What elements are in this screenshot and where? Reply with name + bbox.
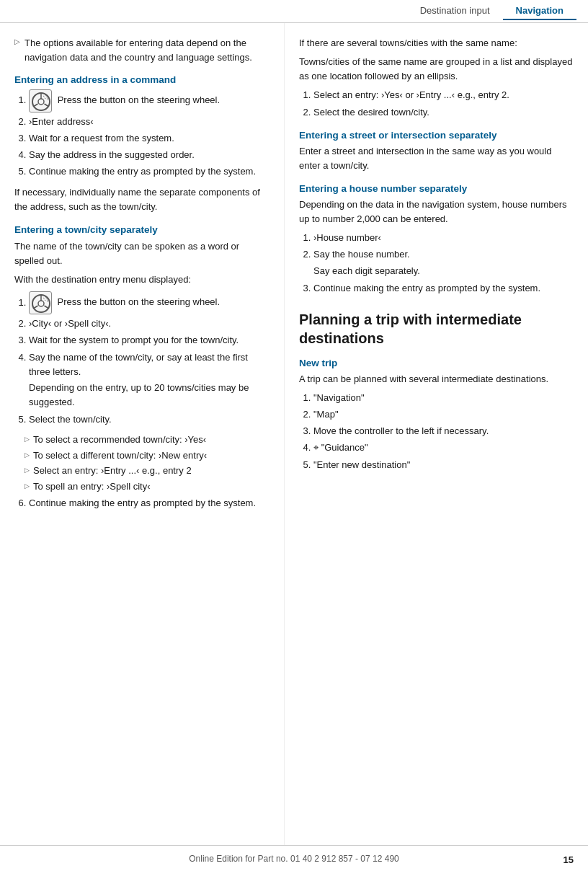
step-item: Press the button on the steering wheel.: [29, 89, 271, 112]
step-item: Wait for the system to prompt you for th…: [29, 333, 271, 348]
step-item: Move the controller to the left if neces…: [313, 424, 575, 438]
step-item: Say the name of the town/city, or say at…: [29, 350, 271, 410]
svg-point-6: [38, 301, 44, 306]
step-item: Select the town/city.: [29, 412, 271, 427]
sub-bullet-item: Select an entry: ›Entry ...‹ e.g., entry…: [14, 464, 271, 478]
tab-navigation[interactable]: Navigation: [503, 2, 576, 20]
section-planning-steps: "Navigation" "Map" Move the controller t…: [299, 391, 575, 472]
step-item: Select the desired town/city.: [313, 105, 575, 120]
step-item: Continue making the entry as prompted by…: [29, 164, 271, 179]
sub-bullet-item: To select a different town/city: ›New en…: [14, 448, 271, 463]
section-house-steps: ›House number‹ Say the house number. Say…: [299, 231, 575, 296]
left-column: ▷ The options available for entering dat…: [0, 23, 285, 845]
section2-heading: Entering a town/city separately: [14, 224, 271, 235]
section1-heading: Entering an address in a command: [14, 74, 271, 85]
sub-bullet-item: To spell an entry: ›Spell city‹: [14, 479, 271, 494]
same-name-intro: If there are several towns/cities with t…: [299, 36, 575, 50]
section2-intro: The name of the town/city can be spoken …: [14, 239, 271, 268]
footer-text: Online Edition for Part no. 01 40 2 912 …: [189, 854, 399, 864]
step-item: "Navigation": [313, 391, 575, 405]
main-content: ▷ The options available for entering dat…: [0, 23, 588, 845]
intro-bullet: ▷ The options available for entering dat…: [14, 36, 271, 64]
bullet-triangle: ▷: [14, 37, 20, 45]
section2-with-dest: With the destination entry menu displaye…: [14, 273, 271, 287]
section-planning-heading: Planning a trip with intermediate destin…: [299, 310, 575, 348]
section-house-body: Depending on the data in the navigation …: [299, 198, 575, 226]
step-item: Continue making the entry as prompted by…: [29, 496, 271, 510]
same-name-body: Towns/cities of the same name are groupe…: [299, 55, 575, 84]
steering-wheel-icon2: [29, 291, 52, 314]
step-item: ›Enter address‹: [29, 115, 271, 129]
section-street-heading: Entering a street or intersection separa…: [299, 130, 575, 141]
section1-steps: Press the button on the steering wheel. …: [14, 89, 271, 180]
step-item: Say the address in the suggested order.: [29, 148, 271, 162]
right-column: If there are several towns/cities with t…: [285, 23, 588, 845]
section1-note: If necessary, individually name the sepa…: [14, 185, 271, 214]
step-item: ›House number‹: [313, 231, 575, 245]
page-number: 15: [564, 854, 574, 865]
section-planning-body: A trip can be planned with several inter…: [299, 372, 575, 386]
step-item: "Enter new destination": [313, 458, 575, 472]
footer: Online Edition for Part no. 01 40 2 912 …: [0, 845, 588, 871]
section-street-body: Enter a street and intersection in the s…: [299, 144, 575, 173]
svg-point-1: [38, 99, 44, 105]
sub-bullet-item: To select a recommended town/city: ›Yes‹: [14, 433, 271, 447]
guidance-icon: ⌖: [313, 441, 318, 455]
house-sub-note: Say each digit separately.: [313, 264, 575, 278]
tab-destination-input[interactable]: Destination input: [407, 2, 503, 20]
step4-text: "Guidance": [321, 442, 368, 453]
step-item: Continue making the entry as prompted by…: [313, 281, 575, 296]
section2-step6-list: Continue making the entry as prompted by…: [14, 496, 271, 510]
steering-wheel-icon: [29, 89, 52, 112]
step-item: "Map": [313, 407, 575, 422]
step-item: ⌖ "Guidance": [313, 441, 575, 455]
step-item: ›City‹ or ›Spell city‹.: [29, 317, 271, 331]
same-name-steps: Select an entry: ›Yes‹ or ›Entry ...‹ e.…: [299, 88, 575, 119]
step-item: Select an entry: ›Yes‹ or ›Entry ...‹ e.…: [313, 88, 575, 102]
section2-steps: Press the button on the steering wheel. …: [14, 291, 271, 427]
section2-sub-bullets: To select a recommended town/city: ›Yes‹…: [14, 433, 271, 493]
step4-sub-note: Depending on the entry, up to 20 towns/c…: [29, 381, 271, 410]
step-item: Say the house number. Say each digit sep…: [313, 247, 575, 278]
section-newtrip-subheading: New trip: [299, 358, 575, 368]
steering-wheel-icon-container: [29, 94, 58, 105]
step-item: Press the button on the steering wheel.: [29, 291, 271, 314]
intro-text: The options available for entering data …: [24, 36, 271, 64]
header-tabs: Destination input Navigation: [407, 2, 576, 20]
page-header: Destination input Navigation: [0, 0, 588, 23]
section-house-heading: Entering a house number separately: [299, 183, 575, 194]
step-item: Wait for a request from the system.: [29, 131, 271, 146]
